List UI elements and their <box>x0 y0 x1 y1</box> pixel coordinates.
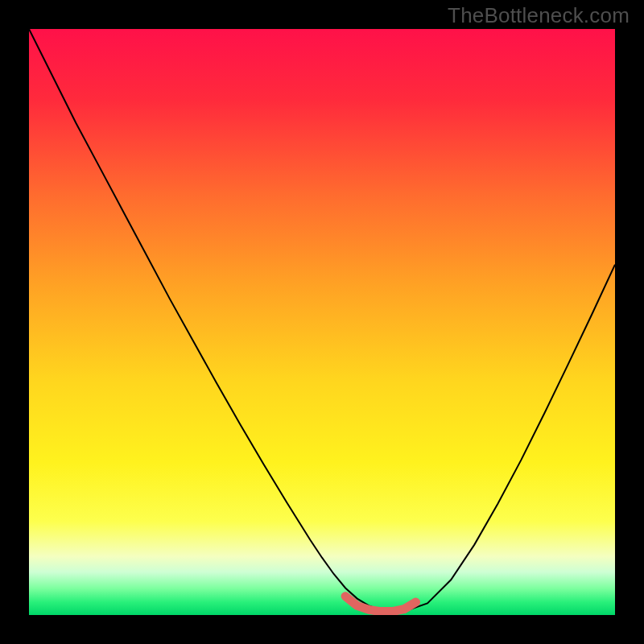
watermark-text: TheBottleneck.com <box>448 3 630 28</box>
chart-frame: TheBottleneck.com <box>0 0 644 644</box>
gradient-background <box>29 29 615 615</box>
plot-area <box>29 29 615 615</box>
plot-svg <box>29 29 615 615</box>
